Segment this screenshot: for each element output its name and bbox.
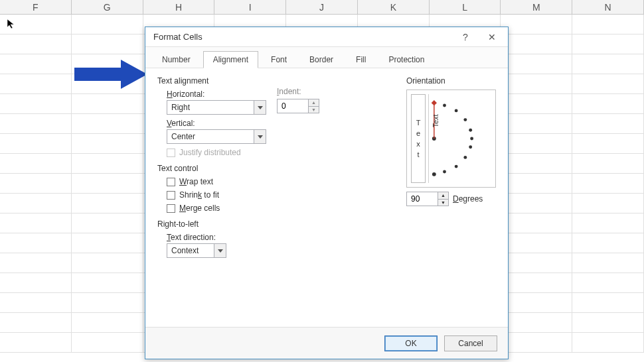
column-header[interactable]: H — [143, 0, 215, 14]
format-cells-dialog: Format Cells ? ✕ Number Alignment Font B… — [145, 27, 509, 359]
orientation-section: Orientation Text — [406, 75, 496, 206]
spinner-down-icon[interactable]: ▼ — [438, 200, 448, 206]
vertical-value: Center — [167, 132, 254, 141]
tab-alignment[interactable]: Alignment — [203, 51, 258, 68]
orientation-arc[interactable]: Text — [428, 94, 491, 183]
justify-distributed-checkbox — [167, 149, 175, 157]
help-button[interactable]: ? — [452, 29, 479, 46]
wrap-text-checkbox[interactable] — [167, 178, 175, 186]
svg-point-13 — [432, 172, 436, 176]
dialog-footer: OK Cancel — [145, 327, 508, 359]
spinner-down-icon[interactable]: ▼ — [309, 107, 319, 113]
vertical-label: Vertical: — [167, 119, 195, 128]
merge-cells-checkbox[interactable] — [167, 204, 175, 213]
dialog-tabs: Number Alignment Font Border Fill Protec… — [145, 47, 508, 68]
svg-point-5 — [455, 109, 458, 112]
dialog-titlebar[interactable]: Format Cells ? ✕ — [145, 27, 508, 47]
column-header[interactable]: M — [501, 0, 572, 14]
spinner-up-icon[interactable]: ▲ — [309, 99, 319, 107]
column-headers: F G H I J K L M N — [0, 0, 644, 15]
indent-label: Indent: — [277, 87, 319, 96]
svg-text:Text: Text — [432, 115, 440, 128]
tab-fill[interactable]: Fill — [346, 51, 376, 68]
svg-point-8 — [470, 137, 473, 141]
svg-marker-0 — [74, 60, 147, 89]
justify-distributed-label: Justify distributed — [179, 148, 241, 157]
degrees-spinner[interactable]: ▲ ▼ — [406, 192, 449, 206]
spinner-up-icon[interactable]: ▲ — [438, 192, 448, 200]
close-button[interactable]: ✕ — [479, 29, 505, 46]
chevron-down-icon[interactable] — [254, 101, 266, 114]
svg-point-11 — [455, 165, 458, 168]
text-direction-value: Context — [167, 246, 214, 255]
column-header[interactable]: F — [0, 0, 72, 14]
column-header[interactable]: J — [286, 0, 358, 14]
svg-rect-3 — [432, 100, 437, 105]
orientation-group-label: Orientation — [406, 76, 496, 86]
column-header[interactable]: N — [572, 0, 644, 14]
horizontal-value: Right — [167, 103, 254, 112]
column-header[interactable]: G — [72, 0, 143, 14]
alignment-panel: Text alignment Horizontal: Right Vertica… — [145, 68, 508, 324]
merge-cells-label: Merge cells — [179, 204, 220, 213]
degrees-label: Degrees — [453, 194, 483, 204]
text-direction-label: Text direction: — [167, 233, 216, 242]
horizontal-combo[interactable]: Right — [167, 100, 266, 115]
shrink-to-fit-label: Shrink to fit — [179, 190, 219, 200]
wrap-text-label: Wrap text — [179, 177, 213, 186]
horizontal-label: Horizontal: — [167, 90, 204, 99]
dialog-title: Format Cells — [153, 32, 452, 42]
tab-font[interactable]: Font — [261, 51, 297, 68]
indent-spinner[interactable]: ▲ ▼ — [277, 99, 319, 113]
column-header[interactable]: K — [358, 0, 430, 14]
cursor-icon — [7, 19, 17, 29]
svg-point-4 — [443, 104, 446, 107]
tab-protection[interactable]: Protection — [378, 51, 434, 68]
svg-point-10 — [463, 156, 467, 159]
chevron-down-icon[interactable] — [254, 130, 266, 143]
svg-point-12 — [443, 170, 446, 173]
svg-point-7 — [469, 129, 472, 132]
cancel-button[interactable]: Cancel — [444, 335, 497, 351]
rtl-group-label: Right-to-left — [157, 219, 496, 229]
annotation-arrow-icon — [74, 60, 147, 89]
orientation-vertical-text-button[interactable]: Text — [411, 94, 426, 183]
svg-point-9 — [469, 145, 472, 149]
svg-point-6 — [463, 118, 467, 121]
tab-border[interactable]: Border — [299, 51, 343, 68]
orientation-preview[interactable]: Text — [406, 90, 496, 188]
indent-input[interactable] — [278, 99, 308, 113]
chevron-down-icon[interactable] — [214, 244, 226, 257]
shrink-to-fit-checkbox[interactable] — [167, 191, 175, 200]
tab-number[interactable]: Number — [152, 51, 201, 68]
column-header[interactable]: I — [214, 0, 286, 14]
degrees-input[interactable] — [407, 192, 438, 206]
ok-button[interactable]: OK — [384, 335, 438, 351]
column-header[interactable]: L — [430, 0, 501, 14]
text-direction-combo[interactable]: Context — [167, 243, 226, 258]
vertical-combo[interactable]: Center — [167, 129, 266, 144]
